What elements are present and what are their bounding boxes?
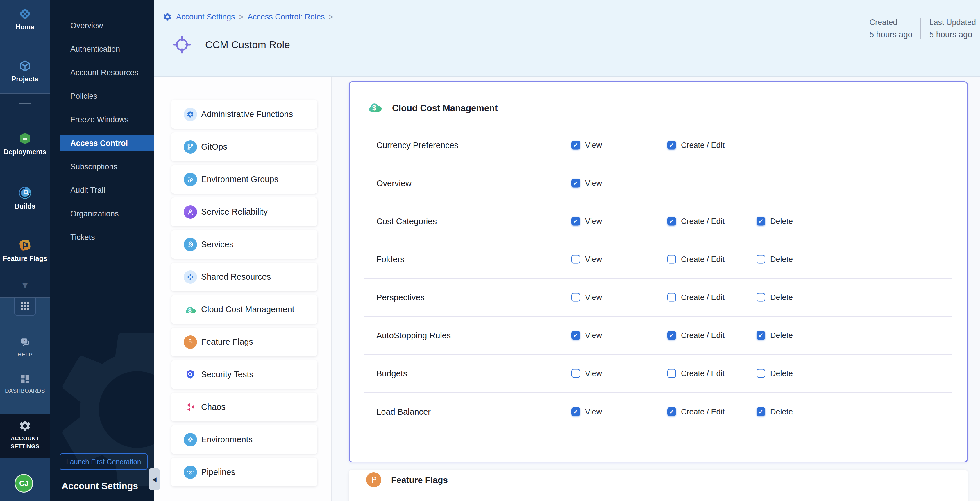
resource-card-feature-flags[interactable]: Feature Flags (171, 328, 317, 356)
permission-name: Load Balancer (376, 407, 431, 417)
permission-row-overview: Overview View Create / Edit Delete (364, 164, 952, 203)
rail-item-projects[interactable]: Projects (0, 59, 50, 83)
delete-cell: Delete (757, 293, 793, 302)
settings-nav-item-authentication[interactable]: Authentication (60, 41, 154, 57)
settings-nav-item-audit-trail[interactable]: Audit Trail (60, 182, 154, 198)
resource-card-pipelines[interactable]: Pipelines (171, 458, 317, 487)
rail-item-help[interactable]: ? HELP (0, 336, 50, 358)
hexagon-cluster-icon (184, 173, 197, 186)
resource-card-cloud-cost-management[interactable]: $ Cloud Cost Management (171, 295, 317, 324)
resource-card-label: Shared Resources (201, 272, 271, 282)
create-edit-cell: Create / Edit (667, 293, 724, 302)
rail-item-account-settings[interactable]: ACCOUNT SETTINGS (0, 419, 50, 450)
help-chat-icon: ? (0, 336, 50, 349)
rail-item-deployments[interactable]: ∞ Deployments (0, 131, 50, 156)
delete-checkbox[interactable] (757, 331, 765, 340)
launch-first-generation-button[interactable]: Launch First Generation (60, 453, 148, 470)
view-checkbox[interactable] (571, 255, 580, 264)
delete-checkbox[interactable] (757, 407, 765, 416)
settings-nav-item-organizations[interactable]: Organizations (60, 206, 154, 222)
settings-nav-item-overview[interactable]: Overview (60, 17, 154, 34)
view-checkbox[interactable] (571, 407, 580, 416)
breadcrumb-link-access-control-roles[interactable]: Access Control: Roles (248, 13, 325, 22)
rail-item-feature-flags[interactable]: Feature Flags (0, 238, 50, 263)
create-edit-cell: Create / Edit (667, 407, 724, 416)
view-label: View (585, 255, 602, 264)
hexagon-dot-icon (184, 238, 197, 251)
person-check-icon (184, 205, 197, 219)
resource-card-shared-resources[interactable]: Shared Resources (171, 263, 317, 291)
create-edit-label: Create / Edit (681, 407, 724, 416)
settings-nav-item-account-resources[interactable]: Account Resources (60, 65, 154, 81)
settings-nav-item-freeze-windows[interactable]: Freeze Windows (60, 111, 154, 128)
module-rail: Home Projects ∞ Deployments Builds Featu… (0, 0, 50, 501)
permission-name: Folders (376, 254, 404, 264)
resource-card-environment-groups[interactable]: Environment Groups (171, 165, 317, 194)
view-cell: View (571, 255, 602, 264)
module-picker-button[interactable] (14, 298, 36, 316)
delete-label: Delete (770, 369, 793, 378)
last-updated-label: Last Updated (929, 18, 976, 27)
resource-card-environments[interactable]: Environments (171, 425, 317, 454)
settings-nav-item-policies[interactable]: Policies (60, 88, 154, 104)
rail-item-home[interactable]: Home (0, 7, 50, 31)
resource-card-administrative-functions[interactable]: Administrative Functions (171, 100, 317, 128)
permission-row-perspectives: Perspectives View Create / Edit Delete (364, 279, 952, 317)
create-edit-cell: Create / Edit (667, 255, 724, 264)
create-edit-cell: Create / Edit (667, 331, 724, 340)
create-edit-checkbox[interactable] (667, 293, 676, 302)
create-edit-cell: Create / Edit (667, 141, 724, 149)
create-edit-checkbox[interactable] (667, 255, 676, 264)
view-checkbox[interactable] (571, 179, 580, 188)
permission-row-folders: Folders View Create / Edit Delete (364, 241, 952, 279)
permission-name: AutoStopping Rules (376, 330, 451, 340)
rail-item-label: DASHBOARDS (0, 388, 50, 394)
settings-sidebar: Overview Authentication Account Resource… (50, 0, 154, 501)
delete-checkbox[interactable] (757, 293, 765, 302)
sidebar-collapse-button[interactable]: ◀ (149, 468, 160, 490)
resource-category-list: Administrative Functions GitOps Environm… (171, 100, 317, 490)
resource-card-chaos[interactable]: Chaos (171, 393, 317, 422)
create-edit-checkbox[interactable] (667, 407, 676, 416)
create-edit-label: Create / Edit (681, 331, 724, 340)
gear-icon (163, 12, 172, 22)
view-checkbox[interactable] (571, 331, 580, 340)
settings-nav-item-tickets[interactable]: Tickets (60, 229, 154, 246)
delete-checkbox[interactable] (757, 369, 765, 378)
resource-card-label: Feature Flags (201, 337, 253, 347)
resource-card-services[interactable]: Services (171, 230, 317, 259)
avatar[interactable]: CJ (14, 474, 33, 493)
settings-nav-item-subscriptions[interactable]: Subscriptions (60, 159, 154, 175)
create-edit-checkbox[interactable] (667, 217, 676, 226)
create-edit-checkbox[interactable] (667, 331, 676, 340)
resource-card-gitops[interactable]: GitOps (171, 132, 317, 161)
resource-card-service-reliability[interactable]: Service Reliability (171, 198, 317, 226)
chevron-down-icon[interactable]: ▼ (0, 281, 50, 290)
resource-card-label: Pipelines (201, 467, 235, 477)
rail-item-dashboards[interactable]: DASHBOARDS (0, 373, 50, 394)
view-checkbox[interactable] (571, 141, 580, 149)
settings-nav-item-access-control[interactable]: Access Control (60, 135, 154, 151)
role-crosshair-icon (173, 35, 191, 55)
page-body: Administrative Functions GitOps Environm… (154, 77, 980, 501)
create-edit-checkbox[interactable] (667, 369, 676, 378)
breadcrumb-link-account-settings[interactable]: Account Settings (176, 13, 235, 22)
create-edit-checkbox[interactable] (667, 141, 676, 149)
delete-checkbox[interactable] (757, 217, 765, 226)
resource-card-security-tests[interactable]: Security Tests (171, 360, 317, 389)
view-checkbox[interactable] (571, 293, 580, 302)
page-header: Account Settings > Access Control: Roles… (154, 0, 980, 77)
layered-diamond-icon (184, 433, 197, 446)
view-checkbox[interactable] (571, 369, 580, 378)
create-edit-label: Create / Edit (681, 217, 724, 226)
view-label: View (585, 369, 602, 378)
delete-checkbox[interactable] (757, 255, 765, 264)
view-cell: View (571, 217, 602, 226)
svg-text:$: $ (188, 307, 191, 313)
rail-collapse-dash[interactable] (19, 103, 32, 104)
gear-watermark-icon (50, 314, 154, 501)
view-checkbox[interactable] (571, 217, 580, 226)
cloud-dollar-icon: $ (366, 98, 383, 116)
svg-text:∞: ∞ (23, 135, 27, 142)
rail-item-builds[interactable]: Builds (0, 185, 50, 210)
